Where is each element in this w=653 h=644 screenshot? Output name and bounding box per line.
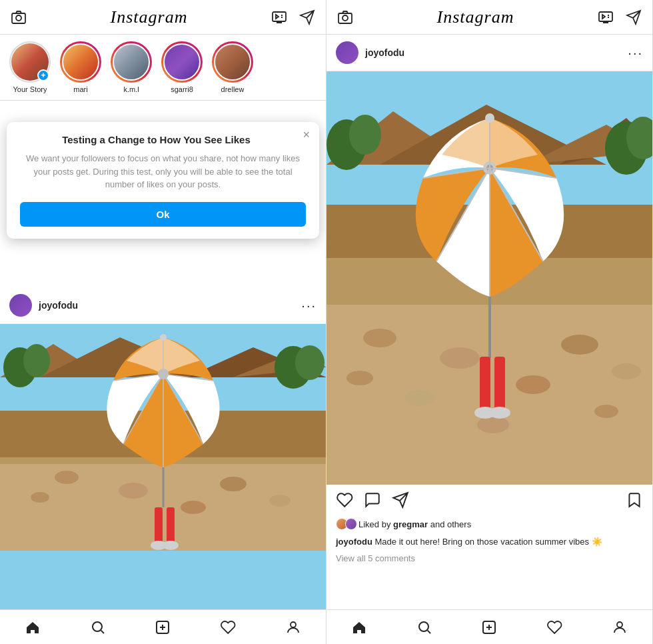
story-item-kml[interactable]: k.m.l <box>111 41 152 93</box>
drellew-label: drellew <box>221 85 245 93</box>
svg-point-34 <box>93 622 102 631</box>
svg-point-9 <box>23 344 50 377</box>
svg-point-77 <box>617 622 622 627</box>
right-action-bar <box>326 485 652 515</box>
right-panel: Instagram joyofodu ··· <box>326 0 653 644</box>
right-likes-text: Liked by gregmar and others <box>358 519 471 529</box>
popup-close-button[interactable]: × <box>303 129 310 141</box>
paper-plane-icon[interactable] <box>299 9 315 25</box>
right-post-header: joyofodu ··· <box>326 35 652 71</box>
svg-point-53 <box>440 347 480 369</box>
nav-profile-icon-right[interactable] <box>605 613 634 642</box>
nav-profile-icon-left[interactable] <box>279 613 308 642</box>
svg-point-33 <box>163 541 179 550</box>
svg-point-20 <box>181 501 206 514</box>
drellew-avatar <box>214 43 251 81</box>
svg-point-15 <box>55 471 79 484</box>
right-post-more-icon[interactable]: ··· <box>628 46 643 59</box>
popup-ok-button[interactable]: Ok <box>20 202 306 227</box>
sgarri8-avatar-wrap <box>161 41 203 83</box>
popup-body: We want your followers to focus on what … <box>20 152 306 191</box>
svg-point-46 <box>349 115 381 155</box>
svg-point-17 <box>220 477 247 491</box>
tv-icon[interactable] <box>271 9 287 25</box>
left-panel: Instagram + Your Story <box>0 0 326 644</box>
left-header: Instagram <box>0 0 326 35</box>
post-header-spacer: joyofodu ··· <box>0 287 326 324</box>
like-button-right[interactable] <box>336 491 353 509</box>
left-post-image-svg <box>0 324 326 551</box>
svg-point-60 <box>477 416 509 433</box>
svg-point-52 <box>363 329 396 347</box>
story-item-mari[interactable]: mari <box>60 41 101 93</box>
right-bottom-nav <box>326 609 652 644</box>
comment-button-right[interactable] <box>364 491 381 509</box>
svg-point-59 <box>594 405 618 418</box>
svg-point-18 <box>269 495 291 507</box>
mari-avatar-wrap <box>60 41 101 83</box>
camera-icon[interactable] <box>11 9 27 25</box>
plus-badge: + <box>37 69 49 81</box>
nav-search-icon-right[interactable] <box>410 613 439 642</box>
right-caption-text: Made it out here! Bring on those vacatio… <box>375 537 602 547</box>
svg-point-70 <box>485 113 494 123</box>
instagram-logo-right: Instagram <box>437 7 514 27</box>
header-icons <box>271 9 315 25</box>
sgarri8-avatar <box>163 43 201 81</box>
mari-avatar <box>62 43 99 81</box>
svg-point-1 <box>16 15 21 21</box>
paper-plane-icon-right[interactable] <box>626 9 642 25</box>
mari-label: mari <box>73 85 87 93</box>
likes-text-username[interactable]: gregmar <box>393 519 428 529</box>
left-post-avatar <box>9 294 32 317</box>
svg-point-36 <box>291 622 296 627</box>
svg-point-38 <box>342 15 348 21</box>
left-post-more-icon[interactable]: ··· <box>301 299 317 312</box>
svg-point-19 <box>31 492 49 503</box>
left-post-header: joyofodu ··· <box>0 287 326 324</box>
instagram-logo: Instagram <box>111 7 188 27</box>
nav-home-icon-right[interactable] <box>344 613 374 642</box>
likes-avatar-2 <box>345 518 357 530</box>
svg-rect-71 <box>480 357 490 410</box>
right-comments-link[interactable]: View all 5 comments <box>326 551 652 567</box>
likes-text-others: and others <box>430 519 471 529</box>
nav-heart-icon-right[interactable] <box>540 613 569 642</box>
kml-avatar <box>113 43 150 81</box>
svg-rect-31 <box>167 507 175 544</box>
left-post-username[interactable]: joyofodu <box>39 300 301 311</box>
svg-rect-72 <box>494 357 505 410</box>
svg-point-16 <box>119 483 148 499</box>
right-post-username[interactable]: joyofodu <box>365 47 628 58</box>
svg-point-75 <box>419 622 428 631</box>
right-likes-section: Liked by gregmar and others <box>326 515 652 533</box>
svg-point-58 <box>405 390 434 406</box>
story-item-sgarri8[interactable]: sgarri8 <box>161 41 203 93</box>
story-item-your-story[interactable]: + Your Story <box>9 41 51 93</box>
tv-icon-right[interactable] <box>598 9 614 25</box>
svg-point-54 <box>561 335 598 355</box>
svg-point-11 <box>295 345 325 380</box>
story-item-drellew[interactable]: drellew <box>212 41 253 93</box>
nav-home-icon-left[interactable] <box>18 613 47 642</box>
share-button-right[interactable] <box>392 491 409 509</box>
right-post-image <box>326 71 652 485</box>
sgarri8-label: sgarri8 <box>171 85 193 93</box>
right-caption-username[interactable]: joyofodu <box>336 537 372 547</box>
right-header: Instagram <box>326 0 652 35</box>
nav-add-icon-right[interactable] <box>474 613 504 642</box>
your-story-label: Your Story <box>13 85 47 93</box>
right-likes-avatars <box>336 518 354 530</box>
nav-heart-icon-left[interactable] <box>213 613 243 642</box>
right-post-avatar <box>336 41 358 64</box>
nav-search-icon-left[interactable] <box>83 613 113 642</box>
right-action-icons-left <box>336 491 626 509</box>
svg-point-56 <box>346 371 373 385</box>
bookmark-button-right[interactable] <box>626 491 643 509</box>
right-header-icons <box>598 9 642 25</box>
svg-rect-30 <box>155 507 163 544</box>
camera-icon-right[interactable] <box>337 9 353 25</box>
right-post-image-svg <box>326 71 652 485</box>
svg-point-74 <box>489 407 510 419</box>
nav-add-icon-left[interactable] <box>148 613 177 642</box>
